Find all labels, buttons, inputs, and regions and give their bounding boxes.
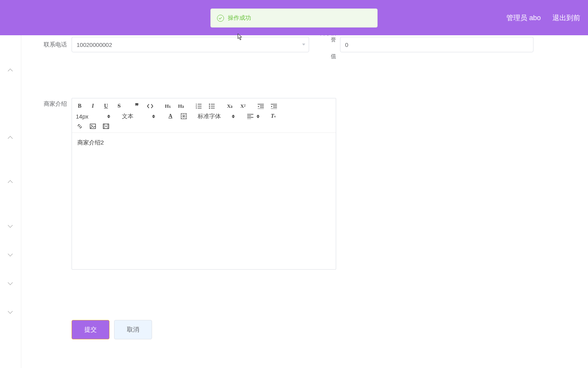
success-toast: 操作成功 [210, 9, 378, 28]
sidebar [0, 35, 21, 368]
clear-format-icon[interactable]: Tx [270, 112, 277, 120]
quote-icon[interactable]: ❞ [133, 102, 141, 110]
phone-input-wrap [72, 37, 309, 52]
select-caret-icon [107, 115, 110, 118]
main-content: 联系电话 商家信誉 值 商家介绍 B I U S [21, 35, 588, 368]
svg-point-8 [91, 125, 92, 126]
chevron-down-icon[interactable] [302, 44, 305, 46]
button-row: 提交 取消 [72, 320, 576, 339]
chevron-down-icon[interactable] [8, 279, 13, 285]
editor-content[interactable]: 商家介绍2 [72, 133, 336, 269]
credit-input[interactable] [340, 37, 533, 52]
header-right: 管理员 abo 退出到前 [506, 13, 580, 22]
subscript-icon[interactable]: X₂ [226, 102, 234, 110]
bold-icon[interactable]: B [76, 102, 84, 110]
bg-color-icon[interactable] [180, 112, 188, 120]
ordered-list-icon[interactable]: 123 [195, 102, 203, 110]
phone-input[interactable] [72, 37, 309, 52]
h1-icon[interactable]: H₁ [164, 102, 172, 110]
chevron-down-icon[interactable] [8, 251, 13, 256]
svg-text:3: 3 [196, 107, 197, 109]
chevron-up-icon[interactable] [8, 178, 13, 183]
cancel-button[interactable]: 取消 [114, 320, 152, 339]
outdent-icon[interactable] [257, 102, 265, 110]
superscript-icon[interactable]: X² [239, 102, 247, 110]
chevron-down-icon[interactable] [8, 308, 13, 313]
intro-label: 商家介绍 [33, 98, 72, 108]
italic-icon[interactable]: I [89, 102, 97, 110]
link-icon[interactable] [76, 122, 84, 130]
image-icon[interactable] [89, 122, 97, 130]
underline-icon[interactable]: U [102, 102, 110, 110]
strike-icon[interactable]: S [115, 102, 123, 110]
font-size-select[interactable]: 14px [76, 113, 110, 120]
video-icon[interactable] [102, 122, 110, 130]
svg-point-4 [209, 106, 210, 107]
font-family-value: 标准字体 [198, 113, 221, 120]
chevron-up-icon[interactable] [8, 66, 13, 72]
svg-point-3 [209, 104, 210, 105]
text-type-value: 文本 [122, 113, 133, 120]
editor-row: 商家介绍 B I U S ❞ [33, 98, 576, 270]
rich-text-editor: B I U S ❞ H₁ H₂ [72, 98, 336, 270]
code-icon[interactable] [146, 102, 154, 110]
admin-label[interactable]: 管理员 abo [506, 13, 541, 22]
select-caret-icon [256, 115, 260, 118]
svg-rect-10 [103, 124, 104, 129]
text-color-icon[interactable]: A [167, 112, 174, 120]
toast-message: 操作成功 [228, 14, 251, 22]
svg-rect-11 [108, 124, 109, 129]
align-icon[interactable] [246, 112, 254, 120]
submit-button[interactable]: 提交 [72, 320, 109, 339]
bullet-list-icon[interactable] [208, 102, 216, 110]
select-caret-icon [152, 115, 155, 118]
check-circle-icon [217, 15, 224, 22]
svg-point-5 [209, 108, 210, 109]
phone-label: 联系电话 [33, 41, 72, 48]
h2-icon[interactable]: H₂ [177, 102, 185, 110]
logout-link[interactable]: 退出到前 [552, 13, 580, 22]
editor-text: 商家介绍2 [77, 139, 104, 146]
indent-icon[interactable] [270, 102, 278, 110]
font-family-select[interactable]: 标准字体 [198, 113, 235, 120]
cursor-icon [238, 33, 243, 40]
font-size-value: 14px [76, 113, 89, 120]
credit-suffix: 值 [316, 53, 336, 60]
chevron-up-icon[interactable] [8, 134, 13, 139]
text-type-select[interactable]: 文本 [122, 113, 155, 120]
editor-toolbar: B I U S ❞ H₁ H₂ [72, 98, 336, 133]
select-caret-icon [232, 115, 235, 118]
chevron-down-icon[interactable] [8, 222, 13, 227]
